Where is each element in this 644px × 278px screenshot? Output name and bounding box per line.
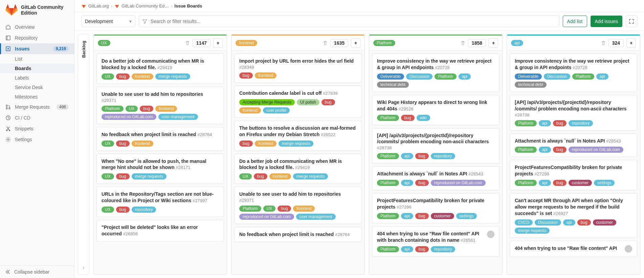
issue-card[interactable]: [API] /api/v3/projects/{projectId}/repos… bbox=[510, 95, 637, 131]
board-select-dropdown[interactable]: Development ▾ bbox=[81, 16, 135, 27]
label-pill[interactable]: frontend bbox=[155, 106, 177, 112]
label-pill[interactable]: Platform bbox=[377, 180, 399, 186]
issue-card[interactable]: Do a better job of communicating when MR… bbox=[96, 54, 224, 84]
label-pill[interactable]: bug bbox=[553, 120, 567, 126]
label-pill[interactable]: bug bbox=[116, 141, 130, 147]
label-pill[interactable]: settings bbox=[594, 180, 615, 186]
label-pill[interactable]: customer bbox=[569, 180, 592, 186]
cards-list[interactable]: Improve consistency in the way we retrie… bbox=[507, 51, 640, 274]
delete-column-button[interactable] bbox=[185, 41, 190, 45]
label-pill[interactable]: bug bbox=[116, 73, 130, 80]
label-pill[interactable]: api bbox=[459, 73, 471, 80]
issue-card[interactable]: Import project by URL form error hides t… bbox=[234, 54, 362, 83]
label-pill[interactable]: api bbox=[401, 213, 413, 219]
cards-list[interactable]: Improve consistency in the way we retrie… bbox=[369, 51, 502, 274]
label-pill[interactable]: bug bbox=[553, 180, 567, 186]
boards-container[interactable]: Backlog › UX 1147 + Do a better job of c… bbox=[74, 31, 644, 278]
label-pill[interactable]: Deliverable bbox=[377, 73, 404, 80]
issue-card[interactable]: Attachment is always `null` in Notes API… bbox=[372, 166, 499, 190]
issue-card[interactable]: No feedback when project limit is reache… bbox=[96, 127, 224, 151]
label-pill[interactable]: frontend bbox=[255, 72, 276, 79]
label-pill[interactable]: api bbox=[401, 180, 413, 186]
label-pill[interactable]: bug bbox=[401, 115, 415, 121]
label-pill[interactable]: bug bbox=[415, 246, 429, 252]
label-pill[interactable]: CI/CD bbox=[515, 219, 533, 226]
label-pill[interactable]: Discussion bbox=[544, 73, 570, 80]
issue-card[interactable]: Improve consistency in the way we retrie… bbox=[510, 54, 637, 92]
label-pill[interactable]: reproduced on GitLab.com bbox=[102, 114, 156, 120]
label-pill[interactable]: UI polish bbox=[297, 99, 319, 105]
label-pill[interactable]: Discussion bbox=[535, 219, 561, 226]
issue-card[interactable]: 404 when trying to use "Raw file content… bbox=[372, 226, 499, 257]
sidebar-sub-milestones[interactable]: Milestones bbox=[0, 92, 74, 102]
issue-card[interactable]: The buttons to resolve a discussion are … bbox=[234, 121, 362, 151]
label-pill[interactable]: api bbox=[539, 120, 551, 126]
label-pill[interactable]: Platform bbox=[377, 246, 399, 252]
label-pill[interactable]: api bbox=[539, 147, 551, 153]
label-pill[interactable]: technical debt bbox=[377, 82, 409, 88]
fullscreen-button[interactable] bbox=[626, 16, 637, 27]
sidebar-item-settings[interactable]: Settings bbox=[0, 134, 74, 145]
label-pill[interactable]: merge requests bbox=[132, 173, 166, 179]
issue-card[interactable]: 404 when trying to use "Raw file content… bbox=[510, 241, 637, 257]
label-pill[interactable]: customer bbox=[431, 213, 454, 219]
column-label[interactable]: Platform bbox=[373, 40, 395, 46]
issue-card[interactable]: ProjectFeaturesCompatibility broken for … bbox=[510, 160, 637, 190]
label-pill[interactable]: reproduced on GitLab.com bbox=[239, 214, 294, 220]
label-pill[interactable]: bug bbox=[415, 213, 429, 219]
issue-card[interactable]: "Project will be deleted" looks like an … bbox=[96, 220, 224, 241]
label-pill[interactable]: bug bbox=[415, 153, 429, 159]
label-pill[interactable]: reproduced on GitLab.com bbox=[431, 180, 486, 186]
label-pill[interactable]: frontend bbox=[293, 206, 315, 212]
label-pill[interactable]: bug bbox=[116, 173, 130, 179]
add-card-button[interactable]: + bbox=[489, 38, 498, 48]
label-pill[interactable]: frontend bbox=[255, 141, 276, 147]
sidebar-sub-boards[interactable]: Boards bbox=[0, 64, 74, 73]
label-pill[interactable]: bug bbox=[321, 99, 335, 105]
label-pill[interactable]: UX bbox=[102, 141, 114, 147]
label-pill[interactable]: user profile bbox=[263, 107, 290, 113]
issue-card[interactable]: ProjectFeaturesCompatibility broken for … bbox=[372, 193, 499, 223]
label-pill[interactable]: UX bbox=[102, 173, 114, 179]
label-pill[interactable]: bug bbox=[140, 106, 153, 112]
sidebar-item-ci-cd[interactable]: CI / CD bbox=[0, 112, 74, 123]
label-pill[interactable]: Platform bbox=[435, 73, 457, 80]
sidebar-sub-labels[interactable]: Labels bbox=[0, 73, 74, 83]
add-card-button[interactable]: + bbox=[626, 38, 636, 48]
label-pill[interactable]: Accepting Merge Requests bbox=[239, 99, 295, 105]
sidebar-item-issues[interactable]: Issues 9,219 bbox=[0, 43, 74, 54]
label-pill[interactable]: Platform bbox=[515, 147, 537, 153]
label-pill[interactable]: bug bbox=[415, 180, 429, 186]
label-pill[interactable]: Platform bbox=[515, 120, 537, 126]
label-pill[interactable]: api bbox=[539, 180, 551, 186]
add-card-button[interactable]: + bbox=[213, 38, 223, 48]
label-pill[interactable]: repository bbox=[431, 153, 456, 159]
label-pill[interactable]: Platform bbox=[377, 153, 399, 159]
issue-card[interactable]: URLs in the Repository/Tags section are … bbox=[96, 187, 224, 217]
label-pill[interactable]: merge requests bbox=[515, 228, 550, 234]
label-pill[interactable]: Platform bbox=[239, 206, 261, 212]
column-label[interactable]: frontend bbox=[236, 40, 257, 46]
backlog-collapsed-column[interactable]: Backlog › bbox=[78, 34, 89, 275]
issue-card[interactable]: No feedback when project limit is reache… bbox=[234, 227, 362, 242]
column-label[interactable]: UX bbox=[98, 40, 110, 46]
label-pill[interactable]: frontend bbox=[239, 107, 261, 113]
add-card-button[interactable]: + bbox=[351, 38, 360, 48]
label-pill[interactable]: settings bbox=[456, 213, 477, 219]
project-header[interactable]: GitLab Community Edition bbox=[0, 0, 74, 20]
issue-card[interactable]: Attachment is always `null` in Notes API… bbox=[510, 133, 637, 157]
issue-card[interactable]: Can't accept MR through API when option … bbox=[510, 193, 637, 238]
label-pill[interactable]: UX bbox=[102, 207, 114, 213]
sidebar-item-merge-requests[interactable]: Merge Requests 496 bbox=[0, 102, 74, 112]
label-pill[interactable]: merge requests bbox=[293, 173, 328, 179]
issue-card[interactable]: When "No one" is allowed to push, the ma… bbox=[96, 154, 224, 184]
label-pill[interactable]: repository bbox=[569, 120, 593, 126]
label-pill[interactable]: merge requests bbox=[279, 141, 313, 147]
issue-card[interactable]: Wiki Page History appears to direct to w… bbox=[372, 95, 499, 125]
breadcrumb-org[interactable]: GitLab.org bbox=[88, 3, 109, 8]
label-pill[interactable]: frontend bbox=[269, 173, 291, 179]
label-pill[interactable]: technical debt bbox=[515, 82, 547, 88]
label-pill[interactable]: UX bbox=[126, 106, 138, 112]
issue-card[interactable]: Do a better job of communicating when MR… bbox=[234, 154, 362, 184]
collapse-sidebar-button[interactable]: Collapse sidebar bbox=[0, 265, 74, 278]
